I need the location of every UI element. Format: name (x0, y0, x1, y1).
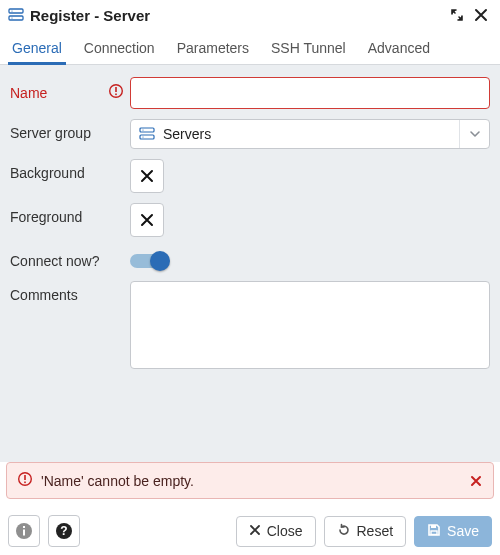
label-connect-now: Connect now? (10, 247, 130, 270)
row-connect-now: Connect now? (10, 247, 490, 271)
window-title: Register - Server (30, 7, 442, 24)
row-server-group: Server group Servers (10, 119, 490, 149)
name-input[interactable] (130, 77, 490, 109)
svg-rect-19 (431, 525, 436, 528)
reset-icon (337, 523, 351, 540)
error-icon (108, 83, 124, 102)
svg-point-3 (11, 17, 12, 18)
tab-ssh-tunnel[interactable]: SSH Tunnel (269, 34, 348, 64)
title-bar: Register - Server (0, 0, 500, 28)
label-name: Name (10, 77, 130, 102)
label-background: Background (10, 159, 130, 181)
server-group-value: Servers (163, 126, 211, 142)
help-button[interactable]: ? (48, 515, 80, 547)
server-icon (8, 8, 24, 22)
reset-label: Reset (357, 523, 394, 539)
svg-rect-1 (9, 16, 23, 20)
foreground-color-picker[interactable] (130, 203, 164, 237)
chevron-down-icon (459, 120, 489, 148)
tab-general[interactable]: General (10, 34, 64, 64)
background-color-picker[interactable] (130, 159, 164, 193)
label-server-group: Server group (10, 119, 130, 141)
tab-advanced[interactable]: Advanced (366, 34, 432, 64)
svg-point-9 (142, 129, 143, 130)
tab-connection[interactable]: Connection (82, 34, 157, 64)
svg-rect-8 (140, 135, 154, 139)
row-foreground: Foreground (10, 203, 490, 237)
save-button[interactable]: Save (414, 516, 492, 547)
close-label: Close (267, 523, 303, 539)
error-icon (17, 471, 33, 490)
svg-point-2 (11, 10, 12, 11)
close-icon[interactable] (472, 6, 490, 24)
error-close-icon[interactable] (469, 474, 483, 488)
servers-icon (139, 127, 155, 141)
row-name: Name (10, 77, 490, 109)
error-banner: 'Name' cannot be empty. (6, 462, 494, 499)
svg-rect-7 (140, 128, 154, 132)
server-group-select[interactable]: Servers (130, 119, 490, 149)
label-name-text: Name (10, 85, 47, 101)
label-comments: Comments (10, 281, 130, 303)
footer: ? Close Reset Save (0, 507, 500, 555)
maximize-icon[interactable] (448, 6, 466, 24)
svg-rect-6 (115, 94, 117, 96)
tab-bar: General Connection Parameters SSH Tunnel… (0, 28, 500, 65)
svg-rect-20 (431, 531, 437, 535)
row-background: Background (10, 159, 490, 193)
svg-point-10 (142, 136, 143, 137)
row-comments: Comments (10, 281, 490, 372)
svg-rect-0 (9, 9, 23, 13)
connect-now-toggle[interactable] (130, 251, 170, 271)
tab-parameters[interactable]: Parameters (175, 34, 251, 64)
svg-rect-5 (115, 87, 117, 92)
svg-rect-15 (23, 530, 25, 536)
svg-rect-12 (24, 475, 26, 480)
label-foreground: Foreground (10, 203, 130, 225)
comments-input[interactable] (130, 281, 490, 369)
close-icon (249, 523, 261, 539)
svg-rect-13 (24, 482, 26, 484)
info-button[interactable] (8, 515, 40, 547)
form-body: Name Server group Servers Background (0, 65, 500, 462)
reset-button[interactable]: Reset (324, 516, 407, 547)
svg-text:?: ? (60, 524, 67, 538)
save-icon (427, 523, 441, 540)
error-message: 'Name' cannot be empty. (41, 473, 194, 489)
svg-rect-16 (23, 526, 25, 528)
save-label: Save (447, 523, 479, 539)
close-button[interactable]: Close (236, 516, 316, 547)
